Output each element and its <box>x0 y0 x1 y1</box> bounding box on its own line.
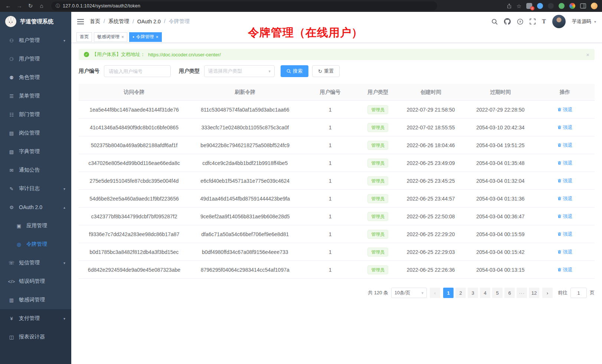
user-type-placeholder: 请选择用户类型 <box>208 68 242 75</box>
caret-down-icon[interactable]: ▾ <box>594 20 596 24</box>
tab-close-icon[interactable]: × <box>121 35 124 39</box>
sidebar-item[interactable]: ▧ 字典管理 <box>0 142 71 161</box>
alert-text: 【用户体系】文档地址： <box>92 51 145 58</box>
goto-label: 前往 <box>558 289 567 296</box>
extension-icon[interactable] <box>559 3 565 9</box>
user-type-select[interactable]: 请选择用户类型 ▾ <box>204 65 275 77</box>
expire-time-cell: 2054-03-04 00:15:42 <box>465 243 535 261</box>
payment-management-icon: ¥ <box>7 316 16 321</box>
extensions-puzzle-icon[interactable] <box>569 3 575 9</box>
extension-icon[interactable] <box>537 3 543 9</box>
side-panel-icon[interactable] <box>580 3 586 9</box>
user-id-cell: 1 <box>301 208 360 225</box>
page-size-select[interactable]: 10条/页 ▾ <box>391 288 427 298</box>
browser-back-icon[interactable]: ← <box>4 0 12 12</box>
sidebar-item-label: 报表设计器 <box>19 334 45 340</box>
user-type-badge: 管理员 <box>367 159 388 168</box>
help-icon[interactable]: ? <box>517 19 523 25</box>
browser-home-icon[interactable]: ⌂ <box>38 0 45 12</box>
force-logout-button[interactable]: 强退 <box>557 249 573 255</box>
share-icon[interactable] <box>507 3 512 9</box>
force-logout-button[interactable]: 强退 <box>557 160 573 166</box>
force-logout-button[interactable]: 强退 <box>557 106 573 113</box>
expire-time-cell: 2022-07-29 22:28:50 <box>465 101 535 119</box>
hamburger-icon[interactable] <box>77 19 84 24</box>
font-size-icon[interactable]: T <box>542 18 546 25</box>
chevron-down-icon: ▾ <box>421 291 423 295</box>
page-number-button[interactable]: 2 <box>455 288 466 298</box>
page-number-button[interactable]: 12 <box>529 288 539 298</box>
alert-close-icon[interactable]: × <box>586 52 589 58</box>
sidebar-item[interactable]: ⚇ 租户管理 ▾ <box>0 31 71 50</box>
sidebar-item[interactable]: ☷ 部门管理 <box>0 105 71 124</box>
refresh-token-cell: be90422b8c7946218275a508bf524fc9 <box>190 136 301 154</box>
extension-icon[interactable]: 0 <box>526 3 532 9</box>
sidebar-item[interactable]: ⚙ OAuth 2.0 ▴ <box>0 198 71 216</box>
github-icon[interactable] <box>504 18 511 25</box>
site-info-icon[interactable]: ⓘ <box>56 3 60 9</box>
access-token-cell: f9336e7c7dd242a283ee98dc86b17a87 <box>79 225 190 243</box>
bookmark-star-icon[interactable]: ☆ <box>517 3 521 9</box>
sidebar-item[interactable]: ☏ 短信管理 ▾ <box>0 254 71 272</box>
page-number-button[interactable]: 5 <box>492 288 503 298</box>
doc-link[interactable]: https://doc.iocoder.cn/user-center/ <box>148 52 221 57</box>
search-button[interactable]: 搜索 <box>281 65 308 77</box>
browser-forward-icon[interactable]: → <box>16 0 23 12</box>
force-logout-button[interactable]: 强退 <box>557 178 573 184</box>
address-bar[interactable]: ⓘ 127.0.0.1:1024/system/oauth2/token <box>51 1 437 10</box>
goto-page-input[interactable] <box>570 288 587 298</box>
sidebar-item[interactable]: ¥ 支付管理 ▾ <box>0 309 71 328</box>
browser-refresh-icon[interactable]: ↻ <box>27 0 34 12</box>
table-row: 275e5de9151045fe87cbdc395e004f4d e6cfd40… <box>79 172 595 190</box>
tab-close-icon[interactable]: × <box>156 35 158 39</box>
page-number-button[interactable]: 6 <box>504 288 515 298</box>
sidebar-item[interactable]: ◫ 报表设计器 <box>0 328 71 346</box>
access-token-cell: 275e5de9151045fe87cbdc395e004f4d <box>79 172 190 190</box>
force-logout-button[interactable]: 强退 <box>557 195 573 202</box>
sidebar-item[interactable]: ☰ 菜单管理 <box>0 87 71 105</box>
page-number-button[interactable]: 3 <box>468 288 478 298</box>
force-logout-button[interactable]: 强退 <box>557 142 573 149</box>
sidebar-item[interactable]: ⚆ 用户管理 <box>0 50 71 68</box>
expire-time-cell: 2054-03-04 00:13:15 <box>465 261 535 279</box>
sidebar-item[interactable]: ▣ 应用管理 <box>0 216 71 235</box>
force-logout-button[interactable]: 强退 <box>557 231 573 238</box>
search-icon[interactable] <box>491 19 498 25</box>
user-avatar[interactable] <box>552 15 566 28</box>
app-logo[interactable]: 芋道管理系统 <box>0 12 71 31</box>
tab[interactable]: 敏感词管理 × <box>94 32 127 42</box>
force-logout-button[interactable]: 强退 <box>557 213 573 220</box>
breadcrumb-item[interactable]: 首页 <box>90 18 100 25</box>
force-logout-button[interactable]: 强退 <box>557 267 573 273</box>
chevron-icon: ▾ <box>63 261 65 265</box>
total-count: 共 120 条 <box>368 289 388 296</box>
page-number-button[interactable]: 4 <box>480 288 490 298</box>
tab[interactable]: 首页 <box>76 32 92 42</box>
sidebar-item[interactable]: ✉ 通知公告 <box>0 161 71 179</box>
sidebar-item[interactable]: ✎ 审计日志 ▾ <box>0 179 71 198</box>
next-page-button[interactable]: › <box>542 288 553 298</box>
breadcrumb: 首页系统管理OAuth 2.0令牌管理 <box>90 18 190 25</box>
sidebar-item[interactable]: </> 错误码管理 <box>0 272 71 291</box>
sidebar-item[interactable]: ⚉ 角色管理 <box>0 68 71 87</box>
sidebar-item[interactable]: ◎ 令牌管理 <box>0 235 71 254</box>
fullscreen-icon[interactable] <box>530 19 536 24</box>
sidebar-item[interactable]: ▤ 岗位管理 <box>0 124 71 142</box>
user-id-input[interactable] <box>104 65 171 77</box>
delete-icon <box>557 143 562 147</box>
breadcrumb-item[interactable]: 令牌管理 <box>161 18 190 25</box>
page-number-button[interactable]: ··· <box>517 288 527 298</box>
created-time-cell: 2022-06-25 22:29:20 <box>396 225 466 243</box>
user-name[interactable]: 芋道源码 <box>572 18 591 25</box>
sidebar-item-label: 支付管理 <box>19 315 40 322</box>
prev-page-button[interactable]: ‹ <box>430 288 440 298</box>
breadcrumb-item[interactable]: OAuth 2.0 <box>129 19 161 24</box>
tab[interactable]: ● 令牌管理 × <box>129 32 162 42</box>
page-number-button[interactable]: 1 <box>443 288 454 298</box>
browser-profile-avatar[interactable] <box>591 3 598 9</box>
reset-button[interactable]: ↻ 重置 <box>312 65 340 77</box>
extension-icon[interactable] <box>548 3 554 9</box>
force-logout-button[interactable]: 强退 <box>557 124 573 131</box>
sidebar-item[interactable]: ▥ 敏感词管理 <box>0 291 71 309</box>
breadcrumb-item[interactable]: 系统管理 <box>100 18 129 25</box>
